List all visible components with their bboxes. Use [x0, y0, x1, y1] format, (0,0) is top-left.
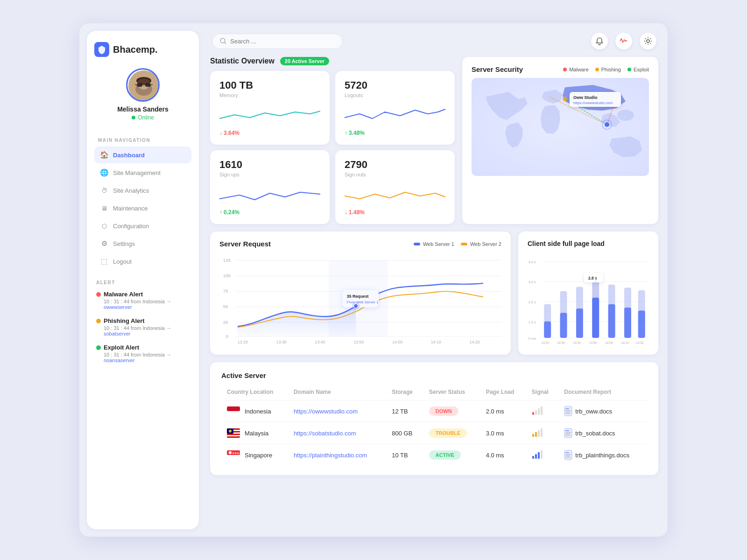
- svg-text:14:00: 14:00: [392, 340, 402, 344]
- search-input[interactable]: [230, 38, 335, 45]
- svg-rect-89: [541, 406, 543, 415]
- page-load-panel: Client side full page load 4.0 s 3.0 s 2…: [518, 231, 658, 355]
- sidebar-item-dashboard[interactable]: 🏠 Dashboard: [94, 147, 191, 163]
- svg-point-23: [605, 122, 609, 127]
- svg-text:14:20: 14:20: [636, 341, 644, 344]
- logouts-value: 5720: [345, 79, 445, 91]
- domain-link[interactable]: https://plainthingstudio.com: [294, 452, 367, 459]
- svg-rect-118: [564, 450, 572, 460]
- legend-phishing: Phishing: [595, 67, 621, 72]
- sidebar-item-settings[interactable]: ⚙ Settings: [94, 235, 191, 252]
- alert-malware: Malware Alert 10 : 31 : 44 from Indonesi…: [94, 291, 191, 310]
- svg-rect-106: [565, 430, 569, 431]
- ws2-legend: Web Server 2: [461, 241, 501, 247]
- svg-text:13:50: 13:50: [353, 340, 364, 344]
- page-load-title: Client side full page load: [528, 240, 649, 247]
- svg-rect-63: [560, 313, 567, 338]
- svg-text:13:20: 13:20: [542, 341, 550, 344]
- activity-icon[interactable]: [615, 33, 632, 49]
- svg-text:Oww Studio: Oww Studio: [573, 95, 598, 100]
- svg-rect-104: [541, 428, 543, 437]
- statistic-header: Statistic Overview 20 Active Server: [210, 57, 455, 65]
- alert-phishing-link[interactable]: sobatserver: [104, 331, 191, 336]
- nav-section-label: MAIN NAVIGATION: [98, 138, 191, 143]
- svg-text:13:40: 13:40: [315, 340, 325, 344]
- svg-text:13:30: 13:30: [276, 340, 287, 344]
- domain-cell[interactable]: https://plainthingstudio.com: [288, 444, 386, 466]
- country-cell: Malaysia: [221, 422, 288, 444]
- stat-card-signouts: 2790 Sign outs ↓1.48%: [335, 150, 455, 224]
- user-name: Melissa Sanders: [117, 105, 169, 113]
- table-row: Malaysia https://sobatstudio.com 800 GB …: [221, 422, 647, 444]
- svg-rect-102: [535, 432, 537, 437]
- alert-exploit-link[interactable]: noansaserver: [104, 357, 191, 363]
- svg-rect-86: [532, 412, 534, 415]
- svg-text:13:40: 13:40: [573, 341, 581, 344]
- signups-value: 1610: [219, 159, 320, 171]
- legend-exploit: Exploit: [627, 67, 649, 72]
- svg-rect-84: [227, 406, 240, 411]
- svg-text:2.0 s: 2.0 s: [529, 300, 536, 304]
- domain-link[interactable]: https://sobatstudio.com: [294, 430, 356, 437]
- alert-malware-link[interactable]: owwwserver: [104, 304, 191, 310]
- svg-text:3.0 s: 3.0 s: [529, 280, 536, 284]
- country-cell: ★★★★★ Singapore: [221, 444, 288, 466]
- sidebar-item-site-management[interactable]: 🌐 Site Management: [94, 164, 191, 181]
- sidebar-item-label: Site Management: [113, 169, 161, 176]
- svg-text:0 ms: 0 ms: [529, 336, 536, 341]
- table-row: ★★★★★ Singapore https://plainthingstudio…: [221, 444, 647, 466]
- memory-name: Memory: [219, 92, 320, 98]
- signouts-name: Sign outs: [345, 172, 445, 177]
- svg-rect-90: [564, 406, 572, 416]
- sidebar-item-site-analytics[interactable]: ⏱ Site Analytics: [94, 182, 191, 199]
- svg-rect-121: [565, 455, 570, 456]
- signups-chart: [219, 184, 320, 204]
- world-map: Oww Studio https://owwwstudio.com: [472, 78, 649, 176]
- security-panel: Server Security Malware Phishing Expl: [462, 57, 658, 224]
- svg-text:75: 75: [223, 288, 228, 294]
- status-text: Online: [138, 114, 154, 121]
- settings-icon[interactable]: [640, 33, 656, 49]
- svg-rect-87: [535, 410, 537, 415]
- doc-name: trb_sobat.docs: [575, 430, 615, 437]
- domain-link[interactable]: https://owwwstudio.com: [294, 408, 358, 415]
- svg-rect-103: [538, 430, 540, 437]
- req-header: Server Request Web Server 1 Web Server 2: [219, 240, 501, 248]
- sidebar-item-label: Site Analytics: [113, 187, 149, 194]
- search-box[interactable]: [212, 34, 343, 49]
- logo-icon: [94, 42, 109, 57]
- ws2-color: [461, 243, 467, 245]
- active-server-panel: Active Server Country Location Domain Na…: [210, 362, 658, 475]
- topbar: [210, 33, 658, 49]
- stat-card-signups: 1610 Sign ups ↑0.24%: [210, 150, 330, 224]
- signouts-value: 2790: [345, 159, 445, 171]
- sidebar-item-label: Dashboard: [113, 152, 145, 159]
- svg-rect-91: [565, 408, 569, 409]
- domain-cell[interactable]: https://sobatstudio.com: [288, 422, 386, 444]
- stat-card-memory: 100 TB Memory ↓3.64%: [210, 71, 330, 145]
- col-storage: Storage: [386, 386, 423, 400]
- storage-cell: 12 TB: [386, 400, 423, 422]
- signouts-change: ↓1.48%: [345, 209, 445, 216]
- svg-rect-119: [565, 452, 569, 453]
- alert-section: ALERT Malware Alert 10 : 31 : 44 from In…: [94, 280, 191, 371]
- svg-text:100: 100: [223, 273, 231, 278]
- svg-text:125: 125: [223, 258, 231, 263]
- page-load-chart: 4.0 s 3.0 s 2.0 s 1.0 s 0 ms: [528, 253, 649, 346]
- status-badge: ACTIVE: [429, 450, 461, 460]
- svg-text:4.0 s: 4.0 s: [529, 260, 536, 264]
- status-badge: DOWN: [429, 406, 458, 416]
- country-name: Malaysia: [245, 430, 268, 437]
- server-request-panel: Server Request Web Server 1 Web Server 2: [210, 231, 511, 355]
- svg-rect-85: [227, 411, 240, 416]
- sidebar-item-logout[interactable]: ⬚ Logout: [94, 253, 191, 270]
- notification-icon[interactable]: [591, 33, 608, 49]
- svg-point-112: [229, 451, 232, 454]
- sidebar-item-configuration[interactable]: ⬡ Configuration: [94, 217, 191, 234]
- svg-text:13:20: 13:20: [238, 340, 248, 344]
- domain-cell[interactable]: https://owwwstudio.com: [288, 400, 386, 422]
- sidebar-item-maintenance[interactable]: 🖥 Maintenance: [94, 200, 191, 217]
- statistic-panel: Statistic Overview 20 Active Server 100 …: [210, 57, 455, 224]
- hex-icon: ⬡: [100, 222, 108, 230]
- svg-rect-101: [532, 434, 534, 437]
